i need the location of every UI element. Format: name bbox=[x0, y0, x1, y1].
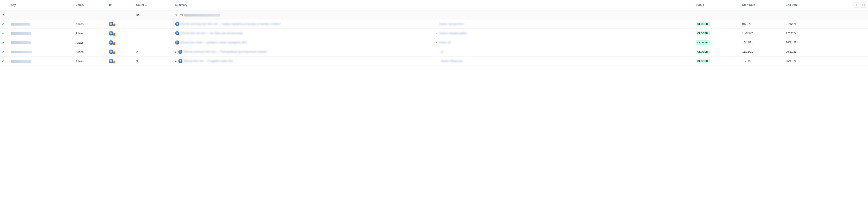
tp-group: ⚙ bbox=[108, 40, 132, 45]
dot-sep: • bbox=[436, 22, 437, 26]
summary-avatar: ⚙ bbox=[175, 22, 180, 26]
main-table-container: Key Comp. TP Count L. Summary Status bbox=[0, 0, 868, 66]
col-header-component: Comp. bbox=[74, 0, 107, 10]
row-key-cell bbox=[9, 20, 74, 29]
tp-group: ⚙ bbox=[108, 31, 132, 36]
summary-avatar-icon: ⚙ bbox=[176, 41, 178, 44]
status-badge: CLOSED bbox=[696, 31, 710, 35]
col-header-summary: Summary bbox=[173, 0, 694, 10]
summary-content: ⚙ Blurred item two text — нет базы для а… bbox=[175, 31, 692, 35]
summary-avatar: ⚙ bbox=[178, 50, 183, 54]
row-actions-cell bbox=[825, 57, 868, 66]
add-column-button[interactable]: + bbox=[854, 2, 859, 8]
group-blurred-name bbox=[184, 14, 220, 17]
gear-inner-icon: ⚙ bbox=[110, 23, 112, 26]
gear-inner-icon: ⚙ bbox=[110, 50, 112, 53]
dot-sep: • bbox=[438, 50, 439, 54]
row-status-cell: CLOSED bbox=[694, 20, 741, 29]
row-summary-cell: ⚙ Blurred item two text — нет базы для а… bbox=[173, 29, 694, 38]
col-header-tp: TP bbox=[107, 0, 134, 10]
group-row-actions-cell bbox=[825, 10, 868, 20]
row-key-cell bbox=[9, 29, 74, 38]
row-summary-cell: ▶ ⚙ Blurred item five — Создайте новое б… bbox=[173, 57, 694, 66]
summary-subtext: Нужен приоритетен bbox=[439, 22, 692, 26]
folder-icon: 🗀 bbox=[180, 13, 183, 17]
group-row-check-cell: ✦ bbox=[0, 10, 9, 20]
row-count-cell bbox=[134, 29, 173, 38]
key-blurred[interactable] bbox=[11, 23, 30, 26]
check-icon: ✓ bbox=[2, 59, 5, 63]
dot-sep: • bbox=[436, 32, 437, 35]
row-status-cell: CLOSED bbox=[694, 57, 741, 66]
status-badge: CLOSED bbox=[696, 40, 710, 45]
key-blurred[interactable] bbox=[11, 32, 31, 35]
expand-button[interactable]: ▶ bbox=[175, 60, 177, 62]
table-row: ✓ Atlass. ⚙ bbox=[0, 47, 868, 57]
col-header-end-date: End Date bbox=[784, 0, 825, 10]
group-expand-arrow[interactable]: ▼ bbox=[175, 13, 178, 17]
summary-text: Blurred item five — Создайте новое бок bbox=[184, 59, 435, 63]
row-status-cell: CLOSED bbox=[694, 29, 741, 38]
row-start-date: 01/12/21 bbox=[741, 20, 784, 29]
row-actions-cell bbox=[825, 38, 868, 47]
row-actions-cell bbox=[825, 47, 868, 57]
row-tp-cell: ⚙ bbox=[107, 47, 134, 57]
row-count-cell: 3 bbox=[134, 57, 173, 66]
table-row: ✓ Atlass. ⚙ bbox=[0, 20, 868, 29]
group-row-status-cell bbox=[694, 10, 741, 20]
summary-avatar: ⚙ bbox=[175, 40, 180, 45]
row-end-date: 01/12/21 bbox=[784, 20, 825, 29]
row-component-cell: Atlass. bbox=[74, 29, 107, 38]
gear-inner-icon: ⚙ bbox=[110, 41, 112, 44]
group-row-end-cell bbox=[784, 10, 825, 20]
col-header-key: Key bbox=[9, 0, 74, 10]
summary-text: Blurred summary item four — Повторяемый … bbox=[184, 50, 435, 53]
group-row-component-cell bbox=[74, 10, 107, 20]
status-badge: CLOSED bbox=[696, 59, 710, 63]
summary-avatar-icon: ⚙ bbox=[180, 51, 181, 53]
settings-button[interactable]: ⚙ bbox=[861, 2, 866, 8]
row-check-cell: ✓ bbox=[0, 20, 9, 29]
check-icon: ✓ bbox=[2, 22, 5, 26]
summary-text: Blurred item three — добавить новое подз… bbox=[181, 41, 434, 44]
key-blurred[interactable] bbox=[11, 60, 31, 63]
row-tp-cell: ⚙ bbox=[107, 38, 134, 47]
table-row: ✓ Atlass. ⚙ bbox=[0, 29, 868, 38]
dot-sep: • bbox=[436, 41, 437, 44]
row-start-date: 11/11/21 bbox=[741, 47, 784, 57]
col-header-actions: + ⚙ bbox=[825, 0, 868, 10]
issues-table: Key Comp. TP Count L. Summary Status bbox=[0, 0, 868, 66]
row-status-cell: CLOSED bbox=[694, 47, 741, 57]
summary-subtext: g • bbox=[441, 50, 692, 53]
key-blurred[interactable] bbox=[11, 41, 31, 44]
summary-avatar: ⚙ bbox=[175, 31, 180, 35]
gear-inner-icon: ⚙ bbox=[110, 32, 112, 35]
table-row: ✓ Atlass. ⚙ bbox=[0, 38, 868, 47]
row-tp-cell: ⚙ bbox=[107, 29, 134, 38]
summary-subtext: Знаете параметрийira bbox=[439, 32, 692, 35]
summary-text: Blurred summary text item one — Нужен па… bbox=[181, 22, 434, 26]
dot-sep: • bbox=[438, 59, 439, 63]
summary-subtext: Поиск об bbox=[439, 41, 692, 44]
row-end-date: 26/11/21 bbox=[784, 38, 825, 47]
row-key-cell bbox=[9, 38, 74, 47]
row-start-date: 10/11/21 bbox=[741, 57, 784, 66]
group-row-tp-cell bbox=[107, 10, 134, 20]
row-check-cell: ✓ bbox=[0, 38, 9, 47]
col-header-status: Status bbox=[694, 0, 741, 10]
group-row-start-cell bbox=[741, 10, 784, 20]
key-blurred[interactable] bbox=[11, 51, 32, 53]
group-row-summary-cell: ▼ 🗀 bbox=[173, 10, 694, 20]
row-component-cell: Atlass. bbox=[74, 57, 107, 66]
tp-group: ⚙ bbox=[108, 22, 132, 26]
row-count-cell bbox=[134, 20, 173, 29]
col-header-count: Count L. bbox=[134, 0, 173, 10]
row-status-cell: CLOSED bbox=[694, 38, 741, 47]
expand-button[interactable]: ▶ bbox=[175, 51, 177, 53]
summary-avatar-icon: ⚙ bbox=[176, 23, 178, 25]
row-start-date: 15/02/22 bbox=[741, 29, 784, 38]
row-summary-cell: ▶ ⚙ Blurred summary item four — Повторяе… bbox=[173, 47, 694, 57]
col-header-check bbox=[0, 0, 9, 10]
row-actions-cell bbox=[825, 29, 868, 38]
row-component-cell: Atlass. bbox=[74, 38, 107, 47]
